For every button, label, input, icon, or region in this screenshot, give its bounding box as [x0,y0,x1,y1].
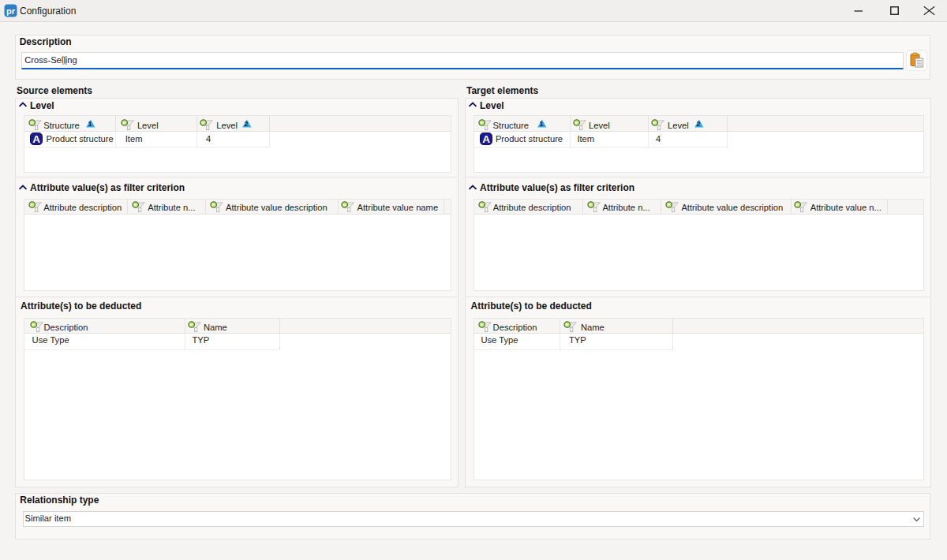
svg-text:1: 1 [540,120,544,128]
svg-text:A: A [32,133,40,145]
svg-text:A: A [482,133,490,145]
svg-text:2: 2 [697,120,701,128]
svg-text:1: 1 [88,120,92,128]
svg-text:2: 2 [245,120,249,128]
svg-text:pr: pr [6,6,16,16]
